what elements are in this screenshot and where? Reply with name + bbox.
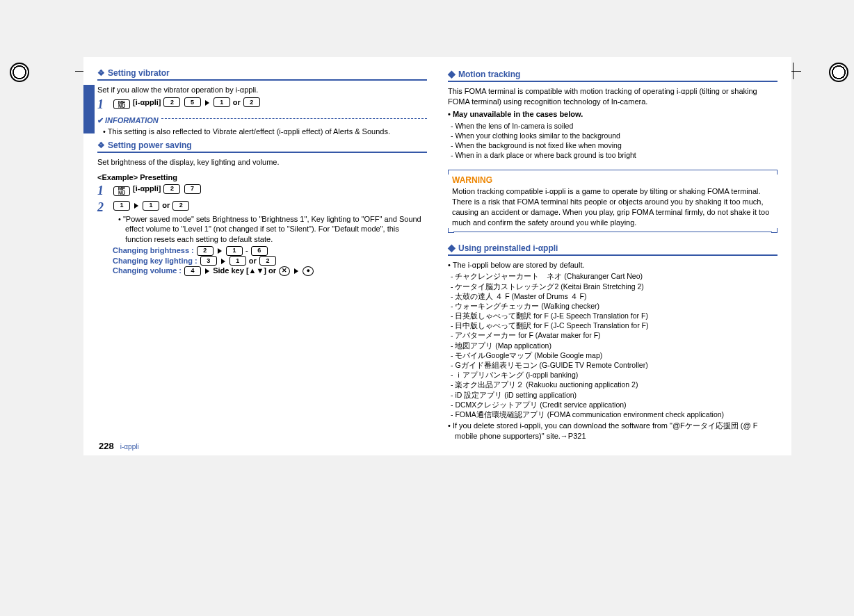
pi-item: ケータイ脳力ストレッチング2 (Keitai Brain Stretching …	[458, 282, 778, 291]
key-2: 2	[259, 256, 276, 266]
key-1: 1	[113, 201, 130, 211]
key-2: 2	[163, 97, 180, 107]
mt-sub: When in a dark place or where back groun…	[458, 150, 778, 160]
pi-item: ウォーキングチェッカー (Walking checker)	[458, 301, 778, 311]
side-tab-icon	[83, 85, 95, 133]
chg-keylight-label: Changing key lighting :	[113, 257, 200, 265]
pi-item: 日英版しゃべって翻訳 for F (J-E Speech Translation…	[458, 311, 778, 321]
mt-body: This FOMA terminal is compatible with mo…	[448, 86, 778, 107]
key-1: 1	[143, 201, 159, 211]
key-2: 2	[163, 184, 180, 194]
pi-item: モバイルGoogleマップ (Mobile Google map)	[458, 350, 778, 360]
page: F906i_E1kou F906i.book Page 228 Monday, …	[0, 57, 854, 504]
ps-step-1: 1 MENU [i-αppli] 2 7	[97, 184, 427, 198]
ps-step-2: 2 1 1 or 2 "Power saved mode" sets Brigh…	[97, 201, 427, 277]
step-number: 1	[97, 98, 113, 112]
triangle-right-icon	[205, 100, 209, 106]
section-title-power-saving: Setting power saving	[97, 140, 427, 150]
key-5: 5	[184, 97, 201, 107]
chg-volume-label: Changing volume :	[113, 266, 184, 275]
content-sheet: Setting vibrator Set if you allow the vi…	[83, 57, 791, 455]
information-heading: INFORMATION	[97, 116, 159, 125]
warning-box: WARNING Motion tracking compatible i-αpp…	[448, 167, 778, 236]
registration-ring-icon	[10, 63, 29, 82]
pi-item: アバターメーカー for F (Avatar maker for F)	[458, 330, 778, 340]
pi-item: iD 設定アプリ (iD setting application)	[458, 390, 778, 400]
key-7: 7	[184, 184, 201, 194]
mt-sub: When the background is not fixed like wh…	[458, 140, 778, 150]
triangle-right-icon	[218, 248, 222, 254]
or-label: or	[249, 257, 259, 265]
menu-key-icon: MENU	[113, 99, 130, 109]
warning-title: WARNING	[452, 175, 778, 185]
step-prefix: [i-αppli]	[133, 98, 163, 106]
key-3: 3	[200, 256, 217, 266]
chg-brightness-label: Changing brightness :	[113, 246, 196, 254]
left-column: Setting vibrator Set if you allow the vi…	[97, 64, 427, 443]
key-2: 2	[172, 201, 189, 211]
triangle-right-icon	[221, 259, 225, 264]
pi-tail: If you delete stored i-αppli, you can do…	[455, 421, 778, 441]
example-label: <Example> Presetting	[97, 173, 427, 181]
key-1: 1	[229, 256, 246, 266]
pi-item: Gガイド番組表リモコン (G-GUIDE TV Remote Controlle…	[458, 360, 778, 370]
title-rule	[448, 254, 778, 256]
key-cross: ✕	[279, 266, 290, 276]
key-1: 1	[214, 97, 230, 107]
step-number: 2	[97, 201, 113, 215]
pi-head: The i-αppli below are stored by default.	[455, 260, 778, 270]
step-prefix: [i-αppli]	[133, 184, 163, 193]
pi-item: 地図アプリ (Map application)	[458, 341, 778, 350]
triangle-right-icon	[205, 268, 209, 274]
pi-item: 太鼓の達人 ４ F (Master of Drums ４ F)	[458, 291, 778, 301]
key-2: 2	[243, 97, 260, 107]
pi-item: ｉアプリバンキング (i-αppli banking)	[458, 370, 778, 380]
key-6: 6	[251, 246, 268, 256]
section-title-motion-tracking: Motion tracking	[448, 68, 778, 79]
pi-item: 楽オク出品アプリ２ (Rakuoku auctioning applicatio…	[458, 380, 778, 389]
info-divider: INFORMATION	[97, 116, 427, 125]
title-rule	[97, 79, 427, 81]
sec1-body: Set if you allow the vibrator operation …	[97, 85, 427, 95]
key-dot: ●	[303, 266, 314, 276]
info-bullet: This setting is also reflected to Vibrat…	[110, 127, 427, 137]
title-rule	[97, 152, 427, 153]
ps-bullet: "Power saved mode" sets Brightness to "B…	[125, 214, 427, 245]
key-1: 1	[226, 246, 243, 256]
pi-item: DCMXクレジットアプリ (Credit service application…	[458, 400, 778, 410]
key-4: 4	[184, 266, 201, 276]
triangle-right-icon	[134, 203, 138, 209]
triangle-right-icon	[294, 268, 298, 274]
warning-body: Motion tracking compatible i-αppli is a …	[448, 186, 778, 227]
pi-item: チャクレンジャーカート ネオ (Chakuranger Cart Neo)	[458, 271, 778, 281]
section-title-preinstalled: Using preinstalled i-αppli	[448, 242, 778, 253]
sidekey-label: Side key [▲▼] or	[213, 266, 278, 275]
page-number: 228	[99, 441, 114, 451]
step-number: 1	[97, 184, 113, 198]
key-2: 2	[197, 246, 214, 256]
right-column: Motion tracking This FOMA terminal is co…	[448, 64, 778, 443]
page-category: i-αppli	[120, 443, 139, 451]
mt-sub: When your clothing looks similar to the …	[458, 131, 778, 140]
mt-list-head: May unavailable in the cases below.	[455, 109, 778, 120]
or-label: or	[162, 201, 172, 209]
page-footer: 228 i-αppli	[99, 441, 139, 451]
section-title-vibrator: Setting vibrator	[97, 68, 427, 78]
step-1: 1 MENU [i-αppli] 2 5 1 or 2	[97, 98, 427, 112]
pi-item: FOMA通信環境確認アプリ (FOMA communication enviro…	[458, 410, 778, 419]
title-rule	[448, 81, 778, 82]
or-label: or	[233, 98, 243, 106]
sec2-body: Set brightness of the display, key light…	[97, 157, 427, 168]
pi-item: 日中版しゃべって翻訳 for F (J-C Speech Translation…	[458, 321, 778, 330]
menu-key-icon: MENU	[113, 186, 130, 196]
registration-ring-icon	[829, 63, 848, 82]
mt-sub: When the lens of In-camera is soiled	[458, 121, 778, 131]
